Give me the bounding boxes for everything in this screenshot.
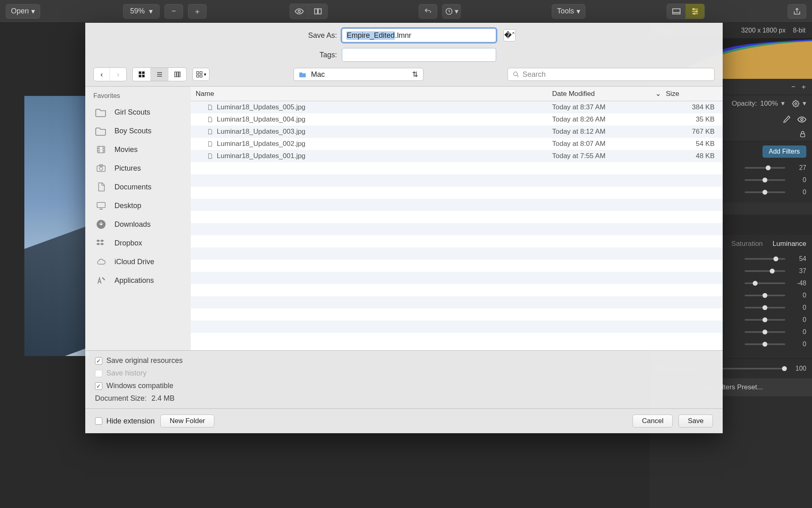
slider[interactable] xyxy=(745,343,785,345)
table-header: Name Date Modified ⌄ Size xyxy=(191,87,723,101)
file-date: Today at 8:07 AM xyxy=(552,140,666,148)
collapse-button[interactable]: − xyxy=(791,83,795,91)
cancel-button[interactable]: Cancel xyxy=(633,415,673,428)
slider[interactable] xyxy=(745,258,785,260)
save-button[interactable]: Save xyxy=(678,415,713,428)
save-dialog: Save As: Empire_Edited.lmnr �˄ Tags: ‹ › xyxy=(85,23,723,433)
search-field[interactable]: Search xyxy=(508,68,715,81)
icon-view-button[interactable] xyxy=(133,68,151,81)
eye-icon[interactable] xyxy=(797,115,806,124)
adjust-panel-button[interactable] xyxy=(686,4,704,19)
tab-luminance[interactable]: Luminance xyxy=(773,240,806,248)
sidebar-item-label: Downloads xyxy=(114,220,151,229)
sidebar-item[interactable]: Girl Scouts xyxy=(85,103,191,122)
slider[interactable] xyxy=(745,282,785,284)
file-name: Luminar18_Updates_005.jpg xyxy=(217,103,305,111)
windows-compat-checkbox[interactable]: Windows compatible xyxy=(95,382,713,390)
table-row[interactable]: Luminar18_Updates_005.jpgToday at 8:37 A… xyxy=(191,101,723,113)
location-label: Mac xyxy=(311,70,325,79)
slider[interactable] xyxy=(745,307,785,308)
chevron-down-icon[interactable]: ▾ xyxy=(803,99,806,108)
back-button[interactable]: ‹ xyxy=(94,68,110,81)
zoom-display[interactable]: 59% ▾ xyxy=(123,4,160,19)
forward-button[interactable]: › xyxy=(110,68,126,81)
sidebar-item[interactable]: Desktop xyxy=(85,196,191,215)
table-row[interactable]: Luminar18_Updates_001.jpgToday at 7:55 A… xyxy=(191,150,723,162)
preview-eye-button[interactable] xyxy=(290,4,309,19)
svg-point-10 xyxy=(696,11,698,12)
location-popup[interactable]: Mac ⇅ xyxy=(294,68,423,81)
table-row[interactable]: Luminar18_Updates_003.jpgToday at 8:12 A… xyxy=(191,126,723,138)
table-row-empty xyxy=(191,308,723,321)
sidebar-item[interactable]: Applications xyxy=(85,271,191,290)
compare-button[interactable] xyxy=(309,4,327,19)
filters-amount-value: 100 xyxy=(789,365,806,372)
col-date[interactable]: Date Modified ⌄ xyxy=(552,89,666,98)
save-label: Save xyxy=(688,417,704,425)
tags-field[interactable] xyxy=(342,48,496,62)
grid-icon xyxy=(138,71,145,78)
slider-value: 0 xyxy=(789,341,806,348)
presets-panel-button[interactable] xyxy=(667,4,686,19)
new-folder-label: New Folder xyxy=(170,417,205,425)
file-date: Today at 8:12 AM xyxy=(552,128,666,136)
save-resources-checkbox[interactable]: Save original resources xyxy=(95,356,713,365)
svg-point-9 xyxy=(693,8,695,10)
slider[interactable] xyxy=(745,191,785,193)
share-button[interactable] xyxy=(788,4,806,19)
col-size[interactable]: Size xyxy=(666,90,723,98)
table-row-empty xyxy=(191,247,723,260)
slider[interactable] xyxy=(745,167,785,169)
slider-value: 0 xyxy=(789,176,806,184)
image-dimensions: 3200 x 1800 px xyxy=(741,27,785,34)
share-icon xyxy=(793,7,801,15)
sidebar-item[interactable]: Boy Scouts xyxy=(85,122,191,140)
sidebar-item[interactable]: Dropbox xyxy=(85,234,191,252)
list-view-button[interactable] xyxy=(151,68,168,81)
collapse-dialog-button[interactable]: �˄ xyxy=(503,29,516,41)
sidebar-item[interactable]: Downloads xyxy=(85,215,191,234)
table-row-empty xyxy=(191,187,723,199)
svg-rect-18 xyxy=(142,75,144,77)
tab-saturation[interactable]: Saturation xyxy=(731,240,763,248)
group-by-button[interactable]: ▾ xyxy=(192,68,209,81)
tools-menu[interactable]: Tools ▾ xyxy=(552,4,585,19)
chevron-down-icon[interactable]: ▾ xyxy=(781,99,785,108)
history-button[interactable]: ▾ xyxy=(442,4,461,19)
slider-value: 0 xyxy=(789,316,806,323)
column-view-button[interactable] xyxy=(168,68,186,81)
slider[interactable] xyxy=(745,331,785,333)
downloads-icon xyxy=(93,218,109,230)
svg-point-39 xyxy=(99,167,103,170)
new-folder-button[interactable]: New Folder xyxy=(160,415,214,428)
gear-icon[interactable] xyxy=(792,100,799,107)
slider[interactable] xyxy=(745,270,785,272)
open-button[interactable]: Open ▾ xyxy=(6,4,40,19)
table-row[interactable]: Luminar18_Updates_002.jpgToday at 8:07 A… xyxy=(191,138,723,150)
zoom-in-button[interactable]: ＋ xyxy=(188,4,207,19)
favorites-header: Favorites xyxy=(85,92,191,103)
col-name[interactable]: Name xyxy=(191,90,552,98)
sidebar-item[interactable]: Documents xyxy=(85,178,191,196)
add-layer-button[interactable]: ＋ xyxy=(800,82,807,91)
slider[interactable] xyxy=(745,319,785,321)
save-history-checkbox[interactable]: Save history xyxy=(95,369,713,378)
hide-extension-checkbox[interactable]: Hide extension xyxy=(95,417,155,426)
table-row[interactable]: Luminar18_Updates_004.jpgToday at 8:26 A… xyxy=(191,113,723,126)
filename-field[interactable]: Empire_Edited.lmnr xyxy=(342,28,496,42)
slider[interactable] xyxy=(745,179,785,181)
file-size: 35 KB xyxy=(666,115,723,124)
sidebar-item[interactable]: iCloud Drive xyxy=(85,252,191,271)
zoom-out-button[interactable]: − xyxy=(164,4,183,19)
sidebar-item[interactable]: Movies xyxy=(85,140,191,159)
add-filters-button[interactable]: Add Filters xyxy=(762,145,806,158)
lock-icon[interactable] xyxy=(799,130,806,138)
undo-button[interactable] xyxy=(419,4,437,19)
table-row-empty xyxy=(191,260,723,272)
sidebar-item[interactable]: Pictures xyxy=(85,159,191,178)
brush-icon[interactable] xyxy=(783,115,791,124)
slider[interactable] xyxy=(745,295,785,296)
open-label: Open xyxy=(11,7,29,15)
table-row-empty xyxy=(191,223,723,235)
folder-icon xyxy=(299,71,307,78)
